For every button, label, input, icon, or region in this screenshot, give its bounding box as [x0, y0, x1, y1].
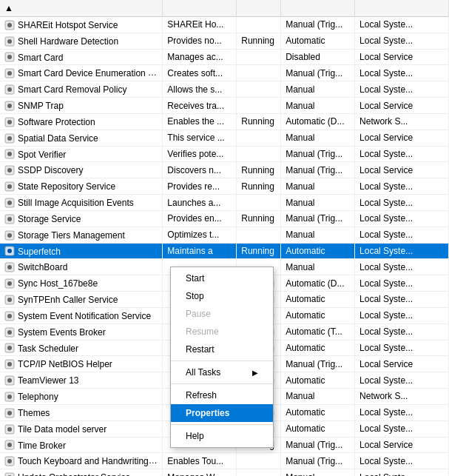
service-name-cell: Smart Card Removal Policy	[0, 81, 163, 98]
service-status-cell: Running	[237, 162, 281, 178]
svg-point-49	[7, 411, 12, 415]
service-logon-cell: Local Syste...	[355, 81, 449, 98]
service-name-cell: TeamViewer 13	[0, 372, 163, 389]
service-status-cell: Running	[237, 243, 281, 259]
table-row[interactable]: SSDP DiscoveryDiscovers n...RunningManua…	[0, 162, 449, 178]
table-header-row: ▲	[0, 0, 449, 17]
table-row[interactable]: Shell Hardware DetectionProvides no...Ru…	[0, 33, 449, 49]
col-header-status[interactable]	[237, 0, 281, 17]
col-header-logon[interactable]	[355, 0, 449, 17]
context-menu: StartStopPauseResumeRestartAll Tasks▶Ref…	[170, 267, 274, 448]
service-name-cell: Tile Data model server	[0, 420, 163, 437]
service-startup-cell: Manual	[281, 98, 355, 114]
context-menu-item-properties[interactable]: Properties	[171, 404, 273, 422]
service-name-text: Spatial Data Service	[18, 133, 98, 144]
service-name-text: System Events Broker	[18, 327, 106, 338]
service-name-cell: Storage Service	[0, 210, 163, 227]
context-menu-item-refresh[interactable]: Refresh	[171, 386, 273, 404]
svg-point-19	[7, 168, 12, 172]
service-icon	[4, 295, 15, 305]
table-row[interactable]: Smart CardManages ac...DisabledLocal Ser…	[0, 49, 449, 65]
service-name-text: Themes	[18, 408, 50, 418]
table-row[interactable]: Software ProtectionEnables the ...Runnin…	[0, 113, 449, 130]
service-startup-cell: Manual	[281, 259, 355, 275]
service-name-text: Smart Card Removal Policy	[18, 84, 126, 95]
svg-point-23	[7, 201, 12, 205]
service-icon	[4, 84, 15, 95]
service-logon-cell: Local Syste...	[355, 259, 449, 275]
service-name-cell: Touch Keyboard and Handwriting Panel Se.…	[0, 453, 163, 469]
service-startup-cell: Manual (Trig...	[281, 162, 355, 178]
context-menu-item-label: Help	[186, 431, 204, 441]
service-desc-cell: Maintains a	[163, 243, 237, 259]
context-menu-item-all-tasks[interactable]: All Tasks▶	[171, 363, 273, 381]
svg-point-9	[7, 87, 12, 92]
service-startup-cell: Manual	[281, 389, 355, 405]
service-icon	[4, 68, 15, 78]
service-name-text: System Event Notification Service	[18, 311, 151, 321]
svg-point-43	[7, 362, 12, 366]
table-row[interactable]: Storage Tiers ManagementOptimizes t...Ma…	[0, 227, 449, 243]
table-row[interactable]: SuperfetchMaintains aRunningAutomaticLoc…	[0, 243, 449, 259]
col-header-startup[interactable]	[281, 0, 355, 17]
svg-point-33	[7, 281, 12, 286]
service-status-cell	[237, 49, 281, 65]
service-name-text: Smart Card Device Enumeration Service	[18, 67, 163, 78]
svg-point-7	[7, 71, 12, 76]
table-row[interactable]: SNMP TrapReceives tra...ManualLocal Serv…	[0, 98, 449, 114]
svg-point-47	[7, 395, 12, 399]
context-menu-item-restart[interactable]: Restart	[171, 341, 273, 358]
col-header-desc[interactable]	[163, 0, 237, 17]
svg-point-29	[7, 249, 12, 253]
table-row[interactable]: Spatial Data ServiceThis service ...Manu…	[0, 130, 449, 146]
table-row[interactable]: State Repository ServiceProvides re...Ru…	[0, 178, 449, 195]
service-status-cell	[237, 65, 281, 81]
table-row[interactable]: Smart Card Removal PolicyAllows the s...…	[0, 81, 449, 98]
service-name-text: SSDP Discovery	[18, 165, 83, 175]
context-menu-item-start[interactable]: Start	[171, 269, 273, 287]
table-row[interactable]: Spot VerifierVerifies pote...Manual (Tri…	[0, 146, 449, 162]
col-header-name[interactable]: ▲	[0, 0, 163, 17]
service-name-text: Smart Card	[18, 52, 63, 62]
svg-point-5	[7, 55, 12, 59]
service-startup-cell: Automatic	[281, 340, 355, 356]
context-menu-item-label: Resume	[186, 326, 219, 337]
table-row[interactable]: Storage ServiceProvides en...RunningManu…	[0, 210, 449, 227]
service-icon	[4, 392, 15, 402]
service-name-text: Spot Verifier	[18, 149, 66, 159]
service-name-cell: Storage Tiers Management	[0, 227, 163, 243]
table-row[interactable]: SHAREit Hotspot ServiceSHAREit Ho...Manu…	[0, 17, 449, 33]
context-menu-item-help[interactable]: Help	[171, 427, 273, 445]
service-startup-cell: Manual (Trig...	[281, 210, 355, 227]
table-row[interactable]: Smart Card Device Enumeration ServiceCre…	[0, 65, 449, 81]
service-name-cell: Software Protection	[0, 113, 163, 130]
service-name-text: TCP/IP NetBIOS Helper	[18, 359, 112, 369]
service-status-cell	[237, 81, 281, 98]
services-window: ▲ SHAREit Hotspot ServiceSHAREit Ho...Ma…	[0, 0, 449, 476]
table-row[interactable]: Still Image Acquisition EventsLaunches a…	[0, 195, 449, 211]
svg-point-11	[7, 104, 12, 108]
service-icon	[4, 343, 15, 353]
service-desc-cell: Receives tra...	[163, 98, 237, 114]
service-startup-cell: Automatic	[281, 372, 355, 389]
table-row[interactable]: Update Orchestrator ServiceManages W...M…	[0, 469, 449, 476]
service-startup-cell: Automatic (D...	[281, 113, 355, 130]
service-name-text: Storage Service	[18, 214, 81, 224]
table-row[interactable]: Touch Keyboard and Handwriting Panel Se.…	[0, 453, 449, 469]
service-name-cell: Update Orchestrator Service	[0, 469, 163, 476]
service-icon	[4, 101, 15, 111]
svg-point-51	[7, 427, 12, 432]
service-desc-cell: Verifies pote...	[163, 146, 237, 162]
service-name-text: Still Image Acquisition Events	[18, 198, 134, 208]
service-logon-cell: Local Syste...	[355, 195, 449, 211]
service-icon	[4, 165, 15, 175]
service-icon	[4, 246, 15, 256]
service-name-cell: System Events Broker	[0, 324, 163, 340]
service-icon	[4, 311, 15, 321]
service-name-cell: SwitchBoard	[0, 259, 163, 275]
service-status-cell	[237, 146, 281, 162]
service-startup-cell: Manual (Trig...	[281, 356, 355, 372]
service-status-cell	[237, 195, 281, 211]
service-logon-cell: Local Syste...	[355, 210, 449, 227]
context-menu-item-stop[interactable]: Stop	[171, 287, 273, 305]
